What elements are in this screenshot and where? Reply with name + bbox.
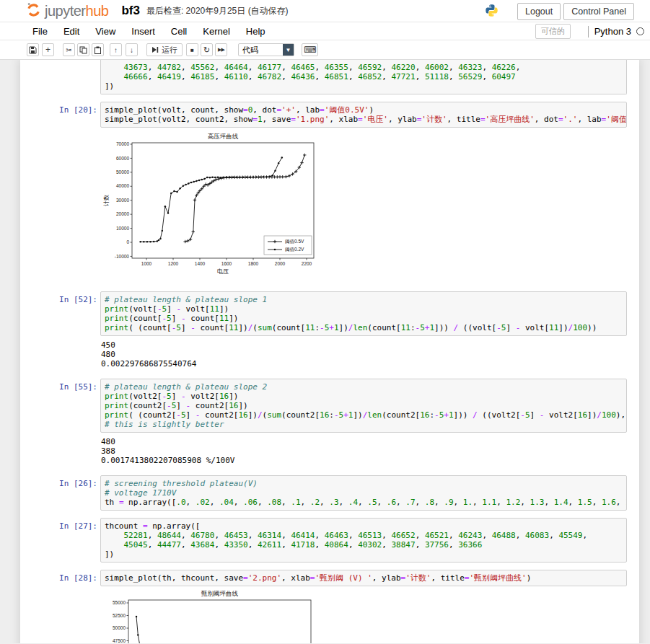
scissors-icon: ✂ [66, 46, 71, 54]
code-input[interactable]: 43673, 44782, 45562, 46464, 46177, 46465… [100, 60, 627, 94]
add-cell-button[interactable]: + [42, 43, 54, 56]
svg-text:55000: 55000 [113, 600, 126, 605]
notebook-scroll-area[interactable]: 43673, 44782, 45562, 46464, 46177, 46465… [0, 60, 650, 643]
stop-button[interactable]: ■ [186, 43, 198, 56]
code-cell: In [55]:# plateau length & plateau slope… [20, 375, 639, 472]
toolbar: + ✂ ↑ ↓ 运行 ■ ↻ ▶▶ 代码 ▼ ⌨ [0, 40, 650, 60]
plot-output-image: 高压坪曲线-1000001000020000300004000050000600… [100, 130, 333, 284]
chevron-down-icon: ▼ [283, 44, 294, 56]
menubar: FileEditViewInsertCellKernelHelp 可信的 Pyt… [0, 22, 650, 40]
cell-prompt: In [27]: [20, 518, 100, 563]
svg-text:0: 0 [126, 239, 129, 244]
cell-prompt: In [26]: [20, 475, 100, 511]
notebook-title[interactable]: bf3 [121, 4, 140, 18]
run-label: 运行 [162, 45, 177, 56]
svg-text:47500: 47500 [113, 638, 126, 643]
jupyterhub-logo[interactable]: jupyterhub [26, 1, 108, 20]
python-logo-icon [485, 4, 499, 20]
notebook-container: 43673, 44782, 45562, 46464, 46177, 46465… [20, 60, 639, 643]
clipboard-icon [94, 46, 102, 54]
cell-output-text: 4504800.002297686875540764 [100, 336, 627, 371]
menu-cell[interactable]: Cell [163, 24, 195, 39]
restart-kernel-button[interactable]: ↻ [201, 43, 213, 56]
code-input[interactable]: thcount = np.array([ 52281, 48644, 46780… [100, 518, 627, 563]
code-input[interactable]: # plateau length & plateau slope 2print(… [100, 379, 627, 433]
kernel-idle-icon [636, 27, 644, 35]
svg-text:50000: 50000 [113, 625, 126, 630]
jupyterhub-wordmark: jupyterhub [45, 3, 108, 19]
copy-cell-button[interactable] [77, 43, 89, 56]
arrow-down-icon: ↓ [130, 46, 133, 54]
svg-text:70000: 70000 [116, 141, 129, 146]
trusted-button[interactable]: 可信的 [535, 24, 571, 39]
jupyter-notebook-app: jupyterhub bf3 最后检查: 2020年9月25日 (自动保存) L… [0, 0, 650, 643]
code-cell: In [26]:# screening threshold plateau(V)… [20, 472, 639, 514]
svg-text:高压坪曲线: 高压坪曲线 [208, 133, 239, 140]
code-input[interactable]: # plateau length & plateau slope 1print(… [100, 291, 627, 336]
output-line: 480 [101, 350, 627, 359]
cell-prompt: In [28]: [20, 570, 100, 643]
keyboard-icon: ⌨ [304, 45, 316, 55]
svg-text:1400: 1400 [195, 261, 206, 266]
svg-text:30000: 30000 [116, 198, 129, 203]
plot-output-image: 甄别阈坪曲线55000525005000047500 [100, 588, 333, 643]
arrow-up-icon: ↑ [114, 46, 118, 54]
run-button[interactable]: 运行 [146, 43, 183, 56]
output-line: 0.002297686875540764 [101, 359, 627, 369]
code-cell: In [28]:simple_plot(th, thcount, save='2… [20, 566, 639, 643]
menu-edit[interactable]: Edit [56, 24, 87, 39]
output-line: 450 [101, 340, 627, 350]
checkpoint-status: 最后检查: 2020年9月25日 (自动保存) [146, 5, 289, 17]
kernel-name: Python 3 [594, 26, 631, 37]
kernel-separator [588, 26, 589, 38]
save-icon [29, 46, 37, 54]
logout-button[interactable]: Logout [517, 3, 561, 20]
cell-prompt: In [55]: [20, 379, 100, 468]
plus-icon: + [45, 45, 50, 55]
menu-help[interactable]: Help [238, 24, 273, 39]
fast-forward-icon: ▶▶ [218, 47, 224, 53]
svg-text:40000: 40000 [116, 183, 129, 188]
svg-text:计数: 计数 [103, 195, 110, 206]
move-cell-down-button[interactable]: ↓ [126, 43, 138, 56]
jupyterhub-logo-icon [26, 1, 45, 20]
svg-text:52500: 52500 [113, 613, 126, 618]
svg-text:电压: 电压 [217, 268, 229, 275]
menu-view[interactable]: View [87, 24, 123, 39]
svg-text:50000: 50000 [116, 169, 129, 175]
save-button[interactable] [27, 43, 39, 56]
menu-kernel[interactable]: Kernel [195, 24, 238, 39]
cell-type-value: 代码 [239, 45, 283, 56]
control-panel-button[interactable]: Control Panel [563, 3, 634, 20]
code-cell: 43673, 44782, 45562, 46464, 46177, 46465… [20, 60, 639, 98]
restart-run-all-button[interactable]: ▶▶ [215, 43, 227, 56]
svg-text:-10000: -10000 [115, 254, 130, 259]
paste-cell-button[interactable] [92, 43, 104, 56]
menu-insert[interactable]: Insert [123, 24, 163, 39]
code-cell: In [27]:thcount = np.array([ 52281, 4864… [20, 514, 639, 566]
cell-prompt: In [20]: [20, 102, 100, 284]
cell-type-dropdown[interactable]: 代码 ▼ [238, 43, 294, 56]
svg-text:1000: 1000 [141, 261, 152, 266]
command-palette-button[interactable]: ⌨ [302, 43, 318, 56]
cell-output-text: 4803880.0017413802207085908 %/100V [100, 433, 627, 468]
svg-text:阈值0.2V: 阈值0.2V [285, 247, 304, 252]
output-line: 480 [101, 437, 627, 446]
code-cell: In [20]:simple_plot(volt, count, show=0,… [20, 98, 639, 288]
move-cell-up-button[interactable]: ↑ [110, 43, 122, 56]
svg-text:2200: 2200 [302, 261, 312, 266]
svg-text:阈值0.5V: 阈值0.5V [285, 239, 304, 244]
menu-file[interactable]: File [25, 24, 56, 39]
cut-cell-button[interactable]: ✂ [63, 43, 75, 56]
cell-prompt [20, 60, 100, 94]
code-input[interactable]: # screening threshold plateau(V)# voltag… [100, 475, 627, 511]
stop-icon: ■ [190, 47, 194, 53]
code-cell: In [52]:# plateau length & plateau slope… [20, 288, 639, 375]
code-input[interactable]: simple_plot(volt, count, show=0, dot='+'… [100, 102, 627, 128]
svg-text:60000: 60000 [116, 156, 129, 161]
svg-text:10000: 10000 [116, 226, 129, 231]
cell-prompt: In [52]: [20, 291, 100, 371]
cell-output-image: 甄别阈坪曲线55000525005000047500 [100, 586, 627, 643]
svg-text:1200: 1200 [168, 261, 179, 266]
code-input[interactable]: simple_plot(th, thcount, save='2.png', x… [100, 570, 627, 586]
